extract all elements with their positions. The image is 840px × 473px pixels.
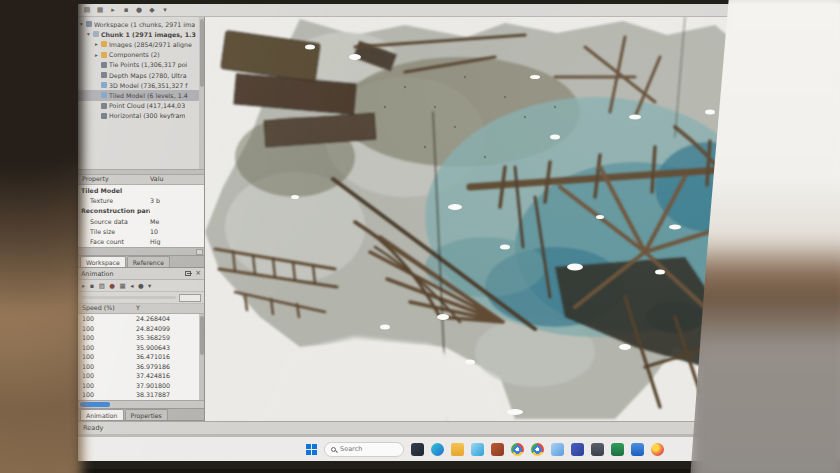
tree-item-chunk[interactable]: ▾ Chunk 1 (2971 images, 1.3	[78, 29, 204, 39]
animation-timeline[interactable]	[78, 292, 204, 304]
timeline-value-box[interactable]	[179, 294, 201, 302]
sidebar-tabs-bottom: Animation Properties	[78, 408, 204, 421]
start-button[interactable]	[306, 444, 317, 455]
tree-item-point-cloud[interactable]: Point Cloud (417,144,03	[78, 101, 204, 111]
firefox-icon[interactable]	[651, 443, 664, 456]
tree-item-label: Chunk 1 (2971 images, 1.3	[101, 31, 196, 38]
timeline-track[interactable]	[81, 296, 176, 299]
photos-app-icon[interactable]	[411, 443, 424, 456]
scrollbar-thumb[interactable]	[200, 19, 204, 87]
workspace-icon	[86, 21, 92, 27]
components-folder-icon	[101, 52, 107, 58]
camera-track-icon	[101, 113, 107, 119]
speed-column-label: Speed (%)	[78, 304, 136, 313]
tree-item-images[interactable]: ▸ Images (2854/2971 aligne	[78, 39, 204, 49]
property-value: Me	[150, 218, 204, 225]
tab-workspace[interactable]: Workspace	[80, 256, 126, 267]
status-text: Ready	[83, 424, 103, 432]
app-toolbar-icon[interactable]: ▸	[109, 6, 117, 14]
tree-item-label: Depth Maps (2780, Ultra	[109, 72, 187, 79]
tab-properties[interactable]: Properties	[125, 409, 168, 420]
animation-toolbar-icon[interactable]: ●	[138, 282, 144, 290]
animation-toolbar-icon[interactable]: ▦	[120, 282, 126, 290]
value-column-label: Valu	[150, 175, 204, 184]
keyframe-row[interactable]: 10038.317887	[78, 390, 204, 400]
keyframe-row[interactable]: 10037.901800	[78, 381, 204, 391]
app-toolbar-icon[interactable]: ▾	[161, 6, 169, 14]
chrome-icon[interactable]	[511, 443, 524, 456]
close-icon[interactable]: ×	[195, 270, 201, 277]
tree-item-depth-maps[interactable]: Depth Maps (2780, Ultra	[78, 70, 204, 80]
animation-toolbar-icon[interactable]: ▾	[148, 282, 151, 290]
properties-header: Property Valu	[78, 175, 204, 185]
animation-panel-title: Animation	[81, 270, 185, 278]
edge-icon[interactable]	[431, 443, 444, 456]
word-icon[interactable]	[631, 443, 644, 456]
app-toolbar-icon[interactable]: ●	[135, 6, 143, 14]
keyframe-table: 10024.268404 10024.824099 10035.368259 1…	[78, 314, 204, 400]
tab-animation[interactable]: Animation	[80, 409, 124, 420]
speed-cell: 100	[78, 372, 136, 379]
animation-toolbar-icon[interactable]: ▨	[99, 282, 105, 290]
search-input[interactable]	[340, 445, 390, 453]
tree-item-tiled-model[interactable]: Tiled Model (6 levels, 1.4	[78, 90, 204, 100]
speed-cell: 100	[78, 391, 136, 398]
tree-item-label: 3D Model (736,351,327 f	[109, 82, 188, 89]
y-cell: 37.424816	[136, 372, 204, 379]
keyframe-row[interactable]: 10024.268404	[78, 314, 204, 324]
property-row: Face count Hig	[78, 236, 204, 246]
tree-item-label: Tiled Model (6 levels, 1.4	[109, 92, 188, 99]
tab-reference[interactable]: Reference	[127, 256, 170, 267]
y-cell: 24.268404	[136, 315, 204, 322]
office-app-icon[interactable]	[571, 443, 584, 456]
property-label: Texture	[78, 197, 150, 204]
file-explorer-icon[interactable]	[451, 443, 464, 456]
table-scrollbar[interactable]	[199, 314, 204, 400]
keyframe-row[interactable]: 10024.824099	[78, 324, 204, 334]
depth-maps-icon	[101, 72, 107, 78]
property-value: 3 b	[150, 197, 204, 204]
animation-toolbar-icon[interactable]: ◂	[130, 282, 133, 290]
browser-icon[interactable]	[531, 443, 544, 456]
animation-toolbar-icon[interactable]: ▸	[82, 282, 85, 290]
tree-item-components[interactable]: ▸ Components (2)	[78, 50, 204, 60]
app-toolbar-icon[interactable]: ◆	[148, 6, 156, 14]
scrollbar-thumb[interactable]	[196, 249, 203, 255]
keyframe-row[interactable]: 10037.424816	[78, 371, 204, 381]
tree-item-horizontal-track[interactable]: Horizontal (300 keyfram	[78, 111, 204, 121]
tree-scrollbar[interactable]	[199, 17, 204, 169]
tree-item-3d-model[interactable]: 3D Model (736,351,327 f	[78, 80, 204, 90]
y-column-label: Y	[136, 304, 204, 313]
app-toolbar-icon[interactable]: ▦	[96, 6, 104, 14]
keyframe-row[interactable]: 10035.368259	[78, 333, 204, 343]
app-icon-blue[interactable]	[551, 443, 564, 456]
animation-panel-titlebar: Animation ×	[78, 268, 204, 280]
calculator-icon[interactable]	[591, 443, 604, 456]
float-panel-icon[interactable]	[185, 271, 191, 276]
properties-scrollbar[interactable]	[78, 247, 204, 255]
tree-item-tie-points[interactable]: Tie Points (1,306,317 poi	[78, 60, 204, 70]
excel-icon[interactable]	[611, 443, 624, 456]
tree-item-workspace[interactable]: ▾ Workspace (1 chunks, 2971 ima	[78, 19, 204, 29]
keyframe-row[interactable]: 10035.900643	[78, 343, 204, 353]
speed-cell: 100	[78, 353, 136, 360]
app-toolbar-icon[interactable]: ▪	[122, 6, 130, 14]
taskbar-search[interactable]	[324, 442, 404, 457]
property-row: Source data Me	[78, 216, 204, 226]
app-icon-red[interactable]	[491, 443, 504, 456]
mail-icon[interactable]	[471, 443, 484, 456]
point-cloud-icon	[101, 103, 107, 109]
speed-cell: 100	[78, 363, 136, 370]
scrollbar-thumb[interactable]	[200, 316, 204, 355]
record-icon[interactable]: ●	[109, 282, 115, 290]
y-cell: 35.368259	[136, 334, 204, 341]
app-toolbar-icon[interactable]: ▤	[83, 6, 91, 14]
keyframe-row[interactable]: 10036.979186	[78, 362, 204, 372]
property-value: 10	[150, 228, 204, 235]
animation-progress-row	[78, 400, 204, 408]
tiled-model-icon	[101, 92, 107, 98]
property-label: Tiled Model	[78, 187, 150, 194]
animation-toolbar-icon[interactable]: ▪	[90, 282, 94, 290]
keyframe-row[interactable]: 10036.471016	[78, 352, 204, 362]
tree-item-label: Horizontal (300 keyfram	[109, 112, 185, 119]
